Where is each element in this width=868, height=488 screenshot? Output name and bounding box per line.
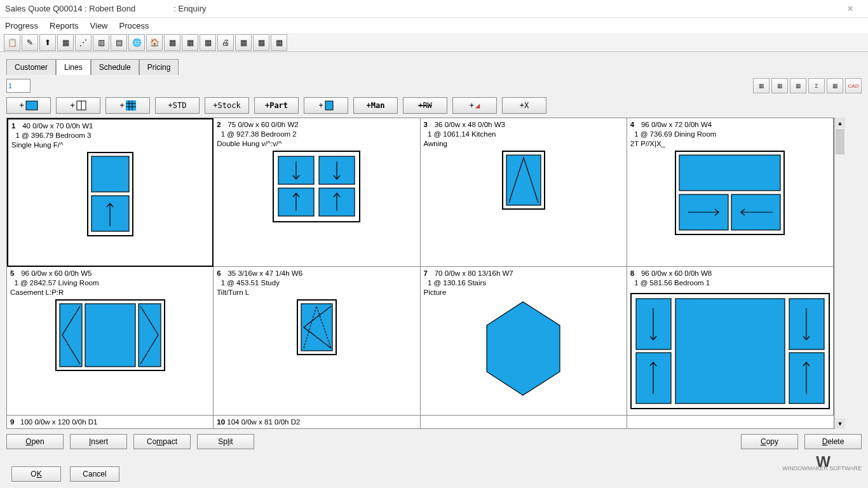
line-cell-6[interactable]: 6 35 3/16w x 47 1/4h W6 1 @ 453.51 Study…	[214, 267, 420, 416]
toolbar: 📋 ✎ ⬆ ▦ ⋰ ▥ ▤ 🌐 🏠 ▦ ▦ ▦ 🖨 ▦ ▦ ▦	[0, 33, 868, 52]
menu-progress[interactable]: Progress	[5, 21, 38, 30]
open-button[interactable]: Open	[6, 434, 64, 449]
title-left: Sales Quote Q00014 : Robert Bond	[5, 4, 135, 13]
menu-reports[interactable]: Reports	[50, 21, 79, 30]
title-right: : Enquiry	[173, 4, 206, 13]
view-icon-1[interactable]: ▦	[753, 78, 770, 93]
add-man[interactable]: +Man	[353, 97, 398, 114]
svg-rect-24	[60, 304, 82, 367]
titlebar: Sales Quote Q00014 : Robert Bond : Enqui…	[0, 0, 868, 18]
toolbar-btn-13[interactable]: 🖨	[217, 34, 234, 51]
toolbar-btn-8[interactable]: 🌐	[128, 34, 145, 51]
toolbar-btn-14[interactable]: ▦	[235, 34, 252, 51]
cancel-button[interactable]: Cancel	[70, 466, 119, 482]
toolbar-btn-3[interactable]: ⬆	[39, 34, 56, 51]
toolbar-btn-10[interactable]: ▦	[164, 34, 180, 51]
tab-lines[interactable]: Lines	[56, 59, 91, 75]
toolbar-btn-12[interactable]: ▦	[200, 34, 216, 51]
svg-rect-8	[325, 101, 333, 110]
menu-view[interactable]: View	[90, 21, 108, 30]
add-row: + + + +STD +Stock +Part + +Man +RW + ◢ +…	[6, 97, 862, 114]
line-number-input[interactable]	[6, 79, 31, 93]
svg-rect-10	[92, 156, 129, 192]
view-icons: ▦ ▦ ▦ Σ ▦ CAD	[753, 78, 862, 93]
split-button[interactable]: Split	[197, 434, 254, 449]
delete-button[interactable]: Delete	[804, 434, 862, 449]
menubar: Progress Reports View Process	[0, 18, 868, 33]
insert-button[interactable]: Insert	[70, 434, 127, 449]
tab-schedule[interactable]: Schedule	[91, 59, 139, 75]
svg-rect-3	[126, 100, 136, 111]
lines-grid: 1 40 0/0w x 70 0/0h W1 1 @ 396.79 Bedroo…	[6, 118, 834, 429]
svg-rect-0	[26, 101, 37, 110]
svg-rect-25	[85, 304, 135, 367]
line-cell-4[interactable]: 4 96 0/0w x 72 0/0h W4 1 @ 736.69 Dining…	[627, 118, 834, 267]
line-cell-empty-1	[421, 416, 627, 428]
line-cell-8[interactable]: 8 96 0/0w x 60 0/0h W8 1 @ 581.56 Bedroo…	[627, 267, 834, 416]
line-cell-1[interactable]: 1 40 0/0w x 70 0/0h W1 1 @ 396.79 Bedroo…	[7, 118, 214, 267]
add-flag[interactable]: + ◢	[452, 97, 497, 114]
view-icon-5[interactable]: ▦	[827, 78, 843, 93]
compact-button[interactable]: Compact	[133, 434, 191, 449]
toolbar-btn-16[interactable]: ▦	[271, 34, 287, 51]
toolbar-btn-4[interactable]: ▦	[57, 34, 74, 51]
toolbar-btn-2[interactable]: ✎	[22, 34, 38, 51]
action-buttons: Open Insert Compact Split Copy Delete	[6, 434, 862, 449]
line-cell-3[interactable]: 3 36 0/0w x 48 0/0h W3 1 @ 1061.14 Kitch…	[421, 118, 627, 267]
view-icon-2[interactable]: ▦	[771, 78, 788, 93]
add-part[interactable]: +Part	[254, 97, 299, 114]
add-design-3[interactable]: +	[304, 97, 348, 114]
view-icon-3[interactable]: ▦	[790, 78, 806, 93]
svg-rect-33	[675, 299, 785, 403]
add-design-1[interactable]: +	[6, 97, 51, 114]
tab-pricing[interactable]: Pricing	[139, 59, 179, 75]
scroll-down-icon[interactable]: ▼	[835, 418, 845, 429]
line-cell-empty-2	[627, 416, 834, 428]
svg-rect-28	[301, 304, 332, 351]
add-design-2[interactable]: +	[56, 97, 100, 114]
toolbar-btn-7[interactable]: ▤	[111, 34, 127, 51]
toolbar-btn-5[interactable]: ⋰	[75, 34, 92, 51]
scroll-thumb[interactable]	[836, 129, 844, 154]
add-x[interactable]: +X	[502, 97, 546, 114]
svg-rect-26	[139, 304, 161, 367]
toolbar-btn-1[interactable]: 📋	[4, 34, 20, 51]
toolbar-btn-9[interactable]: 🏠	[146, 34, 163, 51]
copy-button[interactable]: Copy	[741, 434, 798, 449]
line-cell-7[interactable]: 7 70 0/0w x 80 13/16h W7 1 @ 130.16 Stai…	[421, 267, 627, 416]
scroll-up-icon[interactable]: ▲	[835, 118, 845, 128]
tabs: Customer Lines Schedule Pricing	[6, 58, 862, 74]
svg-marker-29	[487, 302, 560, 395]
menu-process[interactable]: Process	[119, 21, 149, 30]
dialog-buttons: OK Cancel	[11, 466, 119, 482]
line-cell-2[interactable]: 2 75 0/0w x 60 0/0h W2 1 @ 927.38 Bedroo…	[214, 118, 420, 267]
toolbar-btn-6[interactable]: ▥	[93, 34, 109, 51]
vertical-scrollbar[interactable]: ▲ ▼	[834, 118, 845, 429]
add-std[interactable]: +STD	[155, 97, 200, 114]
svg-rect-18	[506, 155, 541, 205]
line-cell-9[interactable]: 9 100 0/0w x 120 0/0h D1	[7, 416, 214, 428]
vendor-logo: W WINDOWMAKER SOFTWARE	[782, 459, 862, 471]
add-rw[interactable]: +RW	[403, 97, 447, 114]
toolbar-btn-11[interactable]: ▦	[182, 34, 198, 51]
close-icon[interactable]: ×	[837, 3, 863, 15]
toolbar-btn-15[interactable]: ▦	[253, 34, 269, 51]
add-stock[interactable]: +Stock	[205, 97, 249, 114]
line-cell-10[interactable]: 10 104 0/0w x 81 0/0h D2	[214, 416, 420, 428]
add-grid[interactable]: +	[105, 97, 150, 114]
ok-button[interactable]: OK	[11, 466, 61, 482]
view-icon-cad[interactable]: CAD	[845, 78, 862, 93]
tab-customer[interactable]: Customer	[6, 59, 56, 75]
line-cell-5[interactable]: 5 96 0/0w x 60 0/0h W5 1 @ 2842.57 Livin…	[7, 267, 214, 416]
svg-rect-20	[679, 155, 780, 191]
view-icon-sigma[interactable]: Σ	[808, 78, 825, 93]
